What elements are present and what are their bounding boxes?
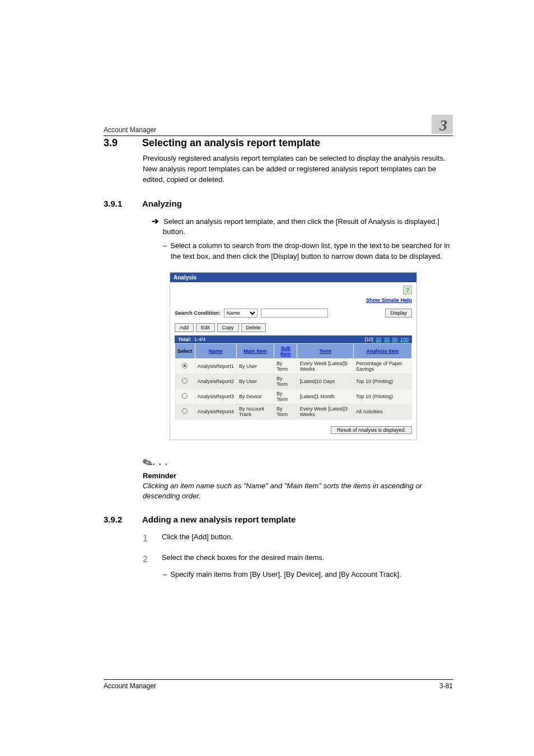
subsection-number: 3.9.1: [104, 199, 129, 208]
row-radio[interactable]: [182, 408, 188, 414]
cell-main: By User: [237, 374, 274, 389]
help-icon[interactable]: ?: [403, 286, 412, 295]
pager-100[interactable]: 100: [400, 337, 409, 342]
col-select: Select: [175, 343, 195, 358]
cell-name: AnalysisReport2: [195, 374, 237, 389]
section-intro: Previously registered analysis report te…: [143, 153, 453, 185]
row-radio[interactable]: [182, 393, 188, 399]
search-condition-label: Search Condition:: [175, 310, 221, 316]
page-footer: Account Manager 3-81: [104, 679, 453, 690]
cell-main: By User: [237, 358, 274, 374]
cell-analysis: All Activities: [354, 404, 412, 419]
step-text: Click the [Add] button.: [162, 532, 233, 545]
subsection-title: Adding a new analysis report template: [142, 515, 296, 524]
row-radio[interactable]: [182, 363, 188, 368]
cell-term: Every Week [Latest]3 Weeks: [297, 404, 354, 419]
search-condition-input[interactable]: [261, 309, 328, 318]
subsection-number: 3.9.2: [104, 515, 129, 524]
pager-20[interactable]: 20: [376, 337, 381, 342]
arrow-icon: ➔: [152, 216, 159, 226]
analysis-table: Select Name Main Item Sub Item Term Anal…: [175, 343, 412, 419]
reminder-text: Clicking an item name such as "Name" and…: [143, 481, 453, 501]
result-of-analysis-button[interactable]: Result of Analysis is displayed.: [331, 426, 412, 434]
search-condition-select[interactable]: Name: [224, 309, 257, 318]
total-label: Total:: [178, 337, 191, 342]
subsection-heading: 3.9.1 Analyzing: [104, 199, 453, 208]
dots-icon: . . .: [153, 458, 168, 466]
pager-30[interactable]: 30: [384, 337, 390, 342]
cell-sub: By Term: [274, 358, 297, 374]
step: 1 Click the [Add] button.: [143, 532, 453, 545]
running-header: Account Manager 3: [104, 115, 453, 136]
step: 2 Select the check boxes for the desired…: [143, 553, 453, 566]
dash-icon: –: [163, 570, 167, 578]
table-row: AnalysisReport3 By Device By Term [Lates…: [175, 389, 412, 404]
col-term[interactable]: Term: [297, 343, 354, 358]
edit-button[interactable]: Edit: [196, 323, 215, 332]
subsection-heading: 3.9.2 Adding a new analysis report templ…: [104, 515, 453, 524]
section-title: Selecting an analysis report template: [142, 137, 320, 149]
dash-icon: –: [163, 241, 167, 250]
copy-button[interactable]: Copy: [217, 323, 239, 332]
table-row: AnalysisReport2 By User By Term [Latest]…: [175, 374, 412, 389]
pager-current: [10]: [365, 337, 373, 342]
total-range: 1-4/4: [194, 337, 206, 342]
reminder-block: ✎. . . Reminder Clicking an item name su…: [143, 456, 453, 501]
footer-left: Account Manager: [104, 682, 156, 690]
cell-sub: By Term: [274, 374, 297, 389]
cell-name: AnalysisReport4: [195, 404, 237, 419]
cell-name: AnalysisReport3: [195, 389, 237, 404]
cell-term: [Latest]10 Days: [297, 374, 354, 389]
subnote-text: Specify main items from [By User], [By D…: [170, 570, 401, 578]
step-number: 1: [143, 532, 154, 545]
cell-main: By Account Track: [237, 404, 274, 419]
add-button[interactable]: Add: [175, 323, 194, 332]
table-row: AnalysisReport1 By User By Term Every We…: [175, 358, 412, 374]
pager-50[interactable]: 50: [392, 337, 397, 342]
row-radio[interactable]: [182, 378, 188, 384]
cell-main: By Device: [237, 389, 274, 404]
running-title: Account Manager: [104, 126, 156, 134]
chapter-badge: 3: [432, 115, 453, 134]
subnote-text: Select a column to search from the drop-…: [170, 241, 449, 260]
total-bar: Total: 1-4/4 [10] 20 30 50 100: [175, 335, 412, 343]
show-simple-help-link[interactable]: Show Simple Help: [366, 297, 412, 303]
step-number: 2: [143, 553, 154, 566]
pager: [10] 20 30 50 100: [365, 337, 409, 342]
table-row: AnalysisReport4 By Account Track By Term…: [175, 404, 412, 419]
cell-analysis: Percentage of Paper Savings: [354, 358, 412, 374]
col-main-item[interactable]: Main Item: [237, 343, 274, 358]
cell-analysis: Top 10 (Printing): [354, 389, 412, 404]
panel-title: Analysis: [170, 273, 416, 282]
footer-right: 3-81: [439, 682, 453, 690]
col-name[interactable]: Name: [195, 343, 237, 358]
display-button[interactable]: Display: [385, 309, 412, 318]
procedure-subnote: –Select a column to search from the drop…: [163, 241, 453, 262]
cell-term: Every Week [Latest]5 Weeks: [297, 358, 354, 374]
procedure-step: ➔Select an analysis report template, and…: [152, 215, 453, 238]
subsection-title: Analyzing: [142, 199, 182, 208]
cell-sub: By Term: [274, 404, 297, 419]
section-number: 3.9: [104, 137, 129, 149]
reminder-label: Reminder: [143, 472, 453, 480]
cell-analysis: Top 10 (Printing): [354, 374, 412, 389]
chapter-number: 3: [439, 116, 449, 134]
step-text: Select the check boxes for the desired m…: [162, 553, 324, 566]
col-sub-item[interactable]: Sub Item: [274, 343, 297, 358]
cell-term: [Latest]1 Month: [297, 389, 354, 404]
section-heading: 3.9 Selecting an analysis report templat…: [104, 137, 453, 149]
step-subnote: –Specify main items from [By User], [By …: [163, 570, 453, 580]
cell-sub: By Term: [274, 389, 297, 404]
cell-name: AnalysisReport1: [195, 358, 237, 374]
col-analysis-item[interactable]: Analysis Item: [354, 343, 412, 358]
delete-button[interactable]: Delete: [241, 323, 266, 332]
analysis-screenshot: Analysis ? Show Simple Help Search Condi…: [170, 272, 417, 440]
procedure-text: Select an analysis report template, and …: [163, 217, 439, 236]
